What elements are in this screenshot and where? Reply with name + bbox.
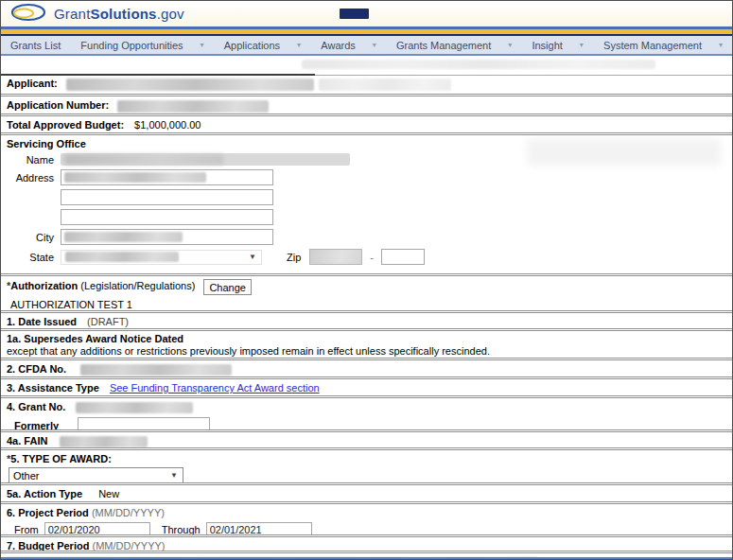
logo-wordmark: GrantSolutions.gov xyxy=(54,6,184,22)
fain-row: 4a. FAIN xyxy=(1,429,732,447)
through-label: Through xyxy=(162,524,201,534)
change-authorization-button[interactable]: Change xyxy=(203,279,252,295)
servicing-address-row xyxy=(7,189,732,205)
servicing-address-row: Address xyxy=(7,169,732,185)
dropdown-arrow-icon: ▾ xyxy=(508,42,512,49)
zip-separator: - xyxy=(370,252,374,263)
grantsolutions-logo-icon xyxy=(10,3,46,26)
redacted-text xyxy=(117,100,269,113)
redacted-text xyxy=(64,172,206,183)
formerly-label: Formerly xyxy=(14,420,59,429)
type-of-award-row: *5. TYPE OF AWARD: Other ▼ xyxy=(1,447,732,482)
budget-period-format: (MM/DD/YYYY) xyxy=(92,540,165,551)
window-bottom-edge xyxy=(1,557,732,559)
grant-no-row: 4. Grant No. Formerly xyxy=(1,395,732,429)
servicing-name-field xyxy=(61,153,350,166)
nav-item-funding-opportunities[interactable]: Funding Opportunities▾ xyxy=(80,40,203,51)
state-label: State xyxy=(7,252,54,263)
nav-item-system-management[interactable]: System Management▾ xyxy=(603,40,723,51)
nav-item-grants-management[interactable]: Grants Management▾ xyxy=(396,40,512,51)
nav-label: Applications xyxy=(224,40,280,51)
date-issued-status: (DRAFT) xyxy=(87,316,129,327)
project-period-label: 6. Project Period xyxy=(7,507,89,518)
formerly-input[interactable] xyxy=(78,417,210,429)
applicant-label: Applicant: xyxy=(7,78,58,89)
type-of-award-label: 5. TYPE OF AWARD: xyxy=(10,453,112,464)
zip-label: Zip xyxy=(287,252,301,263)
grantsolutions-logo[interactable]: GrantSolutions.gov xyxy=(10,3,184,26)
authorization-label: Authorization xyxy=(10,280,78,291)
chevron-down-icon: ▼ xyxy=(170,472,178,480)
nav-item-insight[interactable]: Insight▾ xyxy=(532,40,583,51)
type-of-award-select[interactable]: Other ▼ xyxy=(9,467,183,482)
cfda-label: 2. CFDA No. xyxy=(7,363,66,375)
application-number-label: Application Number: xyxy=(7,99,109,111)
nav-label: System Management xyxy=(603,40,702,51)
chevron-down-icon: ▼ xyxy=(249,254,256,261)
supersedes-row: 1a. Supersedes Award Notice Dated except… xyxy=(1,328,732,358)
total-approved-budget-label: Total Approved Budget: xyxy=(7,119,124,131)
funding-transparency-link[interactable]: See Funding Transparency Act Award secti… xyxy=(110,382,320,394)
redacted-text xyxy=(80,364,232,376)
supersedes-label: 1a. Supersedes Award Notice Dated xyxy=(7,333,183,344)
state-select[interactable]: ▼ xyxy=(61,250,262,265)
redacted-text xyxy=(76,402,193,413)
supersedes-note: except that any additions or restriction… xyxy=(7,345,490,357)
address-line3-input[interactable] xyxy=(61,209,273,225)
nav-label: Grants List xyxy=(10,40,61,51)
redacted-text xyxy=(527,139,721,166)
assistance-type-row: 3. Assistance Type See Funding Transpare… xyxy=(1,376,732,395)
cfda-row: 2. CFDA No. xyxy=(1,358,732,376)
address-line2-input[interactable] xyxy=(61,189,273,205)
zip-input[interactable] xyxy=(309,249,362,265)
nav-item-applications[interactable]: Applications▾ xyxy=(224,40,301,51)
nav-label: Grants Management xyxy=(396,40,491,51)
action-type-value: New xyxy=(98,488,119,499)
redacted-text xyxy=(302,60,655,69)
project-period-row: 6. Project Period (MM/DD/YYYY) From Thro… xyxy=(1,501,732,534)
redacted-text xyxy=(60,436,148,447)
city-input[interactable] xyxy=(61,229,273,245)
nav-label: Awards xyxy=(321,40,355,51)
zip-ext-input[interactable] xyxy=(381,249,425,265)
redacted-text xyxy=(319,79,451,91)
redacted-text xyxy=(64,232,183,242)
page-title-area xyxy=(1,56,732,74)
application-number-row: Application Number: xyxy=(1,94,732,114)
address-line1-input[interactable] xyxy=(61,169,273,185)
date-issued-label: 1. Date Issued xyxy=(7,316,77,327)
action-type-row: 5a. Action Type New xyxy=(1,482,732,501)
project-from-input[interactable] xyxy=(44,522,150,534)
nav-item-awards[interactable]: Awards▾ xyxy=(321,40,376,51)
authorization-row: *Authorization (Legislation/Regulations)… xyxy=(1,273,732,310)
redacted-text xyxy=(64,154,223,165)
servicing-address-row xyxy=(7,209,732,225)
applicant-row: Applicant: xyxy=(1,74,732,94)
main-nav: Grants List Funding Opportunities▾ Appli… xyxy=(1,34,732,56)
servicing-state-zip-row: State ▼ Zip - xyxy=(7,249,732,265)
redacted-text xyxy=(65,252,179,262)
project-period-format: (MM/DD/YYYY) xyxy=(92,507,165,518)
app-header: GrantSolutions.gov xyxy=(1,1,732,26)
action-type-label: 5a. Action Type xyxy=(7,488,82,499)
authorization-value: AUTHORIZATION TEST 1 xyxy=(10,299,732,310)
grantsolutions-award-face-sheet: GrantSolutions.gov Grants List Funding O… xyxy=(0,0,733,560)
from-label: From xyxy=(14,524,39,534)
assistance-type-label: 3. Assistance Type xyxy=(7,382,99,394)
budget-period-row: 7. Budget Period (MM/DD/YYYY) xyxy=(1,534,732,551)
grant-no-label: 4. Grant No. xyxy=(7,401,65,412)
redacted-text xyxy=(66,79,314,91)
award-form: Applicant: Application Number: Total App… xyxy=(1,56,732,560)
servicing-office-title: Servicing Office xyxy=(7,138,86,149)
dropdown-arrow-icon: ▾ xyxy=(719,42,723,49)
nav-item-grants-list[interactable]: Grants List xyxy=(10,40,61,51)
servicing-office-section: Servicing Office Name Address City xyxy=(1,132,732,273)
redacted-header-item xyxy=(340,9,369,19)
fain-label: 4a. FAIN xyxy=(7,435,47,446)
nav-label: Funding Opportunities xyxy=(80,40,183,51)
total-approved-budget-row: Total Approved Budget: $1,000,000.00 xyxy=(1,114,732,132)
type-of-award-selected-value: Other xyxy=(13,470,40,481)
city-label: City xyxy=(7,232,54,243)
project-through-input[interactable] xyxy=(206,522,312,534)
dropdown-arrow-icon: ▾ xyxy=(201,42,204,49)
